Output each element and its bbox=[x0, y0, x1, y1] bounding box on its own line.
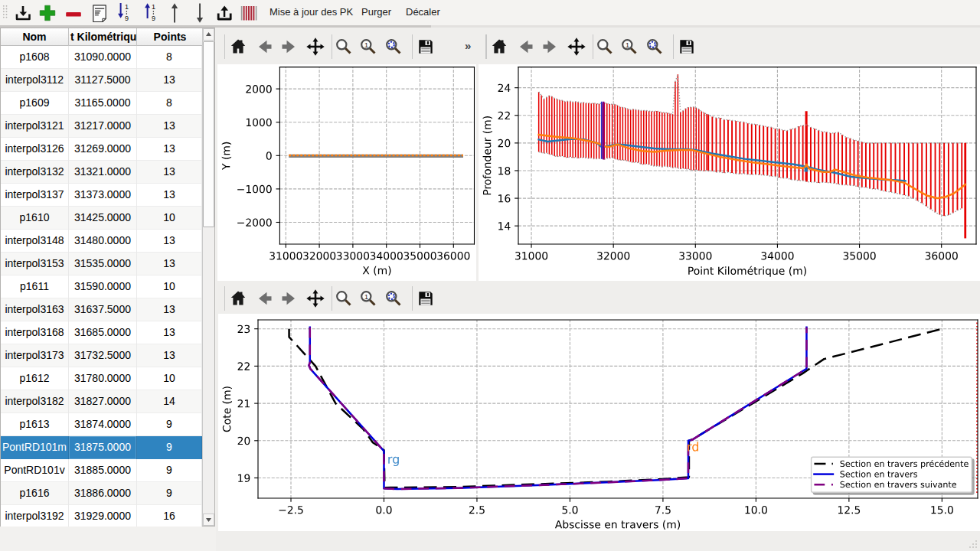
svg-text:1: 1 bbox=[364, 41, 368, 49]
svg-text:9: 9 bbox=[152, 15, 155, 22]
svg-text:1: 1 bbox=[364, 293, 368, 301]
svg-text:1: 1 bbox=[125, 3, 129, 11]
svg-text:9: 9 bbox=[125, 15, 129, 22]
svg-text:1: 1 bbox=[152, 3, 155, 11]
svg-text:1: 1 bbox=[626, 41, 629, 49]
